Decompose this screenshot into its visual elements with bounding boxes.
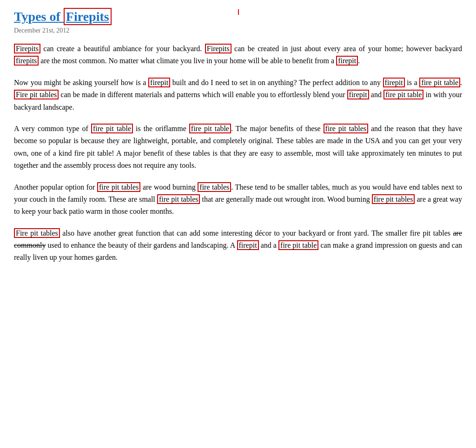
paragraph-3: A very common type of fire pit table is …: [14, 123, 462, 172]
highlight-fire-pit-table-1: fire pit table: [419, 78, 460, 87]
paragraph-4: Another popular option for fire pit tabl…: [14, 181, 462, 218]
highlight-fire-pit-tables-5: fire pit tables: [372, 194, 415, 204]
highlight-firepit-2: firepit: [148, 78, 170, 87]
highlight-firepits-2: Firepits: [205, 44, 231, 53]
highlight-fire-pit-tables-2: fire pit tables: [324, 124, 368, 133]
title-highlight: Firepits: [64, 8, 112, 25]
highlight-fire-pit-table-2: fire pit table: [383, 90, 423, 99]
highlight-fire-pit-tables-1: Fire pit tables: [14, 90, 59, 99]
highlight-fire-tables-1: fire tables: [198, 182, 231, 192]
title-prefix: Types of: [14, 9, 64, 24]
highlight-firepit-3: firepit: [383, 78, 405, 87]
highlight-fire-pit-tables-6: Fire pit tables: [14, 228, 60, 238]
highlight-fire-pit-tables-4: fire pit tables: [157, 194, 200, 204]
highlight-firepits-3: firepits: [14, 56, 39, 66]
article-date: December 21st, 2012: [14, 27, 462, 34]
paragraph-1: Firepits can create a beautiful ambiance…: [14, 43, 462, 67]
highlight-fire-pit-table-5: fire pit table: [278, 240, 318, 250]
highlight-firepit-5: firepit: [237, 240, 259, 250]
paragraph-5: Fire pit tables also have another great …: [14, 227, 462, 264]
highlight-fire-pit-table-4: fire pit table: [189, 124, 231, 133]
highlight-fire-pit-table-3: fire pit table: [91, 124, 133, 133]
highlight-firepits-1: Firepits: [14, 44, 40, 53]
highlight-firepit-4: firepit: [347, 90, 369, 99]
highlight-fire-pit-tables-3: fire pit tables: [97, 182, 140, 192]
highlight-firepit-1: firepit: [336, 56, 358, 66]
paragraph-2: Now you might be asking yourself how is …: [14, 77, 462, 113]
article-body: Firepits can create a beautiful ambiance…: [14, 43, 462, 264]
